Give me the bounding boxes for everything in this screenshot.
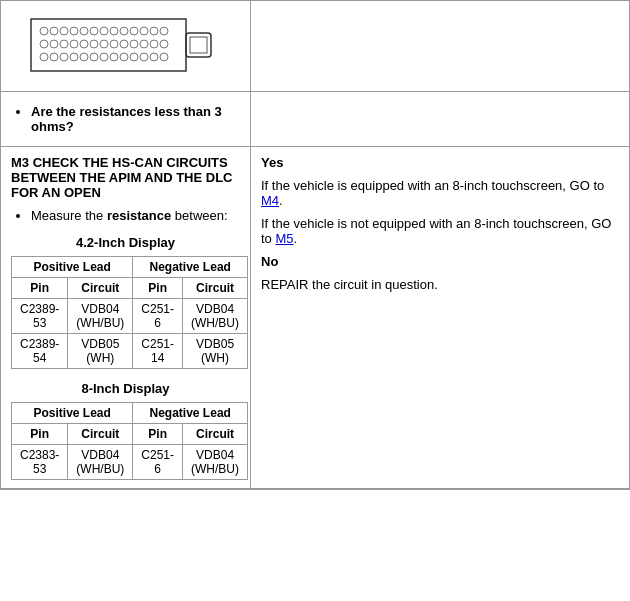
circuit-col-8-2: Circuit [183,424,248,445]
pin-col-42-2: Pin [133,278,183,299]
svg-point-17 [70,40,78,48]
svg-point-27 [40,53,48,61]
svg-point-35 [120,53,128,61]
svg-point-6 [90,27,98,35]
no-text: REPAIR the circuit in question. [261,277,619,292]
svg-rect-41 [190,37,207,53]
pin-col-8-2: Pin [133,424,183,445]
svg-point-28 [50,53,58,61]
svg-point-26 [160,40,168,48]
circuit-col-42-2: Circuit [183,278,248,299]
svg-point-16 [60,40,68,48]
no-label: No [261,254,619,269]
connector-image-area [1,1,251,91]
svg-point-2 [50,27,58,35]
svg-point-30 [70,53,78,61]
table-row: C2389-53 VDB04(WH/BU) C251-6 VDB04(WH/BU… [12,299,248,334]
bullet-left: Are the resistances less than 3 ohms? [1,92,251,146]
m3-right-panel: Yes If the vehicle is equipped with an 8… [251,147,629,488]
svg-point-5 [80,27,88,35]
svg-point-23 [130,40,138,48]
main-page: Are the resistances less than 3 ohms? M3… [0,0,630,490]
bullet-question-row: Are the resistances less than 3 ohms? [1,92,629,147]
svg-point-24 [140,40,148,48]
m3-section: M3 CHECK THE HS-CAN CIRCUITS BETWEEN THE… [1,147,629,489]
m4-link[interactable]: M4 [261,193,279,208]
svg-point-8 [110,27,118,35]
svg-point-19 [90,40,98,48]
yes-line1: If the vehicle is equipped with an 8-inc… [261,178,619,208]
svg-point-29 [60,53,68,61]
display-8-title: 8-Inch Display [11,381,240,396]
neg-lead-header-42: Negative Lead [133,257,248,278]
svg-point-10 [130,27,138,35]
svg-point-33 [100,53,108,61]
display-42-title: 4.2-Inch Display [11,235,240,250]
pin-col-42-1: Pin [12,278,68,299]
svg-point-15 [50,40,58,48]
yes-line2: If the vehicle is not equipped with an 8… [261,216,619,246]
table-row: C2389-54 VDB05(WH) C251-14 VDB05(WH) [12,334,248,369]
yes-label: Yes [261,155,619,170]
top-image-row [1,1,629,92]
pos-lead-header-8: Positive Lead [12,403,133,424]
svg-point-18 [80,40,88,48]
svg-point-37 [140,53,148,61]
table-row: C2383-53 VDB04(WH/BU) C251-6 VDB04(WH/BU… [12,445,248,480]
connector-diagram [26,11,226,81]
svg-point-38 [150,53,158,61]
svg-point-9 [120,27,128,35]
svg-point-11 [140,27,148,35]
svg-point-36 [130,53,138,61]
svg-point-1 [40,27,48,35]
m3-heading: M3 CHECK THE HS-CAN CIRCUITS BETWEEN THE… [11,155,240,200]
bullet-right-empty [251,92,629,146]
svg-point-3 [60,27,68,35]
circuit-col-42-1: Circuit [68,278,133,299]
top-right-empty [251,1,629,91]
measure-bullet: Measure the resistance between: [31,208,240,223]
svg-point-7 [100,27,108,35]
svg-point-20 [100,40,108,48]
pos-lead-header-42: Positive Lead [12,257,133,278]
svg-point-4 [70,27,78,35]
svg-point-39 [160,53,168,61]
svg-point-22 [120,40,128,48]
svg-point-21 [110,40,118,48]
resistance-question: Are the resistances less than 3 ohms? [31,104,240,134]
m3-left-panel: M3 CHECK THE HS-CAN CIRCUITS BETWEEN THE… [1,147,251,488]
m5-link[interactable]: M5 [275,231,293,246]
svg-point-34 [110,53,118,61]
neg-lead-header-8: Negative Lead [133,403,248,424]
svg-point-25 [150,40,158,48]
display-42-table: Positive Lead Negative Lead Pin Circuit … [11,256,248,369]
svg-point-12 [150,27,158,35]
svg-point-32 [90,53,98,61]
circuit-col-8-1: Circuit [68,424,133,445]
display-8-table: Positive Lead Negative Lead Pin Circuit … [11,402,248,480]
svg-point-13 [160,27,168,35]
pin-col-8-1: Pin [12,424,68,445]
svg-point-14 [40,40,48,48]
svg-point-31 [80,53,88,61]
